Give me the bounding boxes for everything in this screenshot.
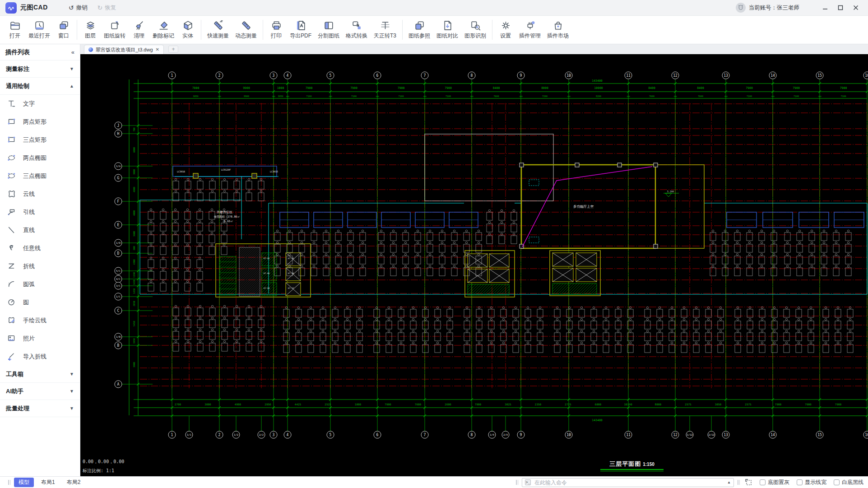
- sidebar-section-label: 工具箱: [6, 370, 23, 378]
- sidebar-item-ellipse-2pt[interactable]: 两点椭圆: [0, 149, 80, 167]
- sidebar-item-arc[interactable]: 圆弧: [0, 275, 80, 293]
- toolbar-button-pdf[interactable]: 导出PDF: [287, 17, 315, 43]
- layout-tab-layout2[interactable]: 布局2: [62, 478, 85, 487]
- sidebar-item-freehand[interactable]: 任意线: [0, 239, 80, 257]
- svg-text:KT-17: KT-17: [288, 287, 294, 289]
- svg-text:8: 8: [471, 433, 473, 437]
- svg-text:2350: 2350: [535, 403, 542, 406]
- toolbar-button-plugin-manage[interactable]: 插件管理: [516, 17, 544, 43]
- cad-canvas[interactable]: 7800385099009900100030507900710079007100…: [80, 54, 868, 476]
- layout-tab-model[interactable]: 模型: [14, 478, 34, 487]
- toolbar-button-split-sheet[interactable]: 分割图纸: [315, 17, 343, 43]
- command-input[interactable]: [534, 479, 724, 486]
- toggle-underlay-gray[interactable]: 底图置灰: [760, 479, 789, 486]
- toolbar-label: 图形识别: [464, 32, 486, 40]
- toolbar-button-sheet-ref[interactable]: 图纸参照: [405, 17, 433, 43]
- command-grip[interactable]: [516, 480, 518, 485]
- sidebar-section-measure-annotate[interactable]: 测量标注 ▼: [0, 60, 80, 78]
- command-dropdown-icon[interactable]: ▲: [727, 480, 731, 484]
- toolbar-button-eraser[interactable]: 删除标记: [149, 17, 177, 43]
- sidebar-collapse-icon[interactable]: «: [71, 49, 74, 56]
- toolbar-button-layers[interactable]: 图层: [80, 17, 101, 43]
- svg-text:3/C: 3/C: [116, 284, 121, 287]
- svg-text:1/2: 1/2: [234, 433, 238, 436]
- toolbar-button-t3[interactable]: 天正转T3: [371, 17, 399, 43]
- sidebar-item-label: 云线: [23, 190, 35, 198]
- layout-tab-layout1[interactable]: 布局1: [37, 478, 60, 487]
- sidebar-item-import-polyline[interactable]: 导入折线: [0, 348, 80, 366]
- svg-text:16: 16: [865, 74, 868, 78]
- document-tab[interactable]: 翠宫饭店改造项目_t3.dwg ✕: [84, 45, 164, 54]
- sidebar-item-line[interactable]: 直线: [0, 221, 80, 239]
- toolbar-button-gear[interactable]: 设置: [495, 17, 516, 43]
- sidebar-section-ai-assistant[interactable]: AI助手 ▼: [0, 383, 80, 400]
- svg-text:1190: 1190: [133, 272, 135, 278]
- undo-button[interactable]: ↺ 撤销: [69, 4, 88, 12]
- toolbar-button-convert[interactable]: 格式转换: [343, 17, 371, 43]
- toolbar-button-sheet-compare[interactable]: 图纸对比: [433, 17, 461, 43]
- toolbar-button-printer[interactable]: 打印: [266, 17, 287, 43]
- statusbar-grip-left[interactable]: [8, 480, 10, 485]
- checkbox-show-lineweight[interactable]: [797, 479, 803, 485]
- sidebar-item-photo[interactable]: 照片: [0, 330, 80, 348]
- toolbar-button-ruler-quick[interactable]: 快速测量: [204, 17, 232, 43]
- svg-text:6: 6: [376, 433, 379, 437]
- sidebar-item-leader[interactable]: 引线: [0, 203, 80, 221]
- toolbar-button-open-folder[interactable]: 打开: [5, 17, 25, 43]
- sidebar-item-text-tool[interactable]: 文字: [0, 95, 80, 113]
- line-icon: [7, 225, 17, 235]
- sidebar-item-rect-3pt[interactable]: 三点矩形: [0, 131, 80, 149]
- minimize-button[interactable]: [817, 2, 833, 14]
- sidebar-item-circle[interactable]: 圆: [0, 293, 80, 311]
- svg-text:2575: 2575: [745, 403, 752, 406]
- svg-text:400: 400: [519, 95, 523, 98]
- toggle-white-bg[interactable]: 白底黑线: [834, 479, 863, 486]
- chevron-down-icon: ▼: [70, 389, 74, 394]
- sidebar-item-cloud-freehand[interactable]: 手绘云线: [0, 311, 80, 330]
- checkbox-underlay-gray[interactable]: [760, 479, 766, 485]
- svg-text:400: 400: [627, 95, 630, 98]
- svg-text:7900: 7900: [840, 86, 847, 90]
- status-bar: 模型布局1布局2 >_ ▲ 底图置灰显示线宽白底黑线: [0, 476, 868, 488]
- svg-text:9200: 9200: [596, 95, 601, 98]
- sidebar-item-ellipse-3pt[interactable]: 三点椭圆: [0, 167, 80, 185]
- toolbar-button-plugin-market[interactable]: 插件市场: [544, 17, 572, 43]
- app-logo: [5, 2, 17, 14]
- sidebar-section-batch-process[interactable]: 批量处理 ▼: [0, 400, 80, 417]
- toolbar-label: 插件市场: [547, 32, 569, 40]
- checkbox-white-bg[interactable]: [834, 479, 840, 485]
- toolbar-button-cube[interactable]: 实体: [177, 17, 198, 43]
- svg-text:9900: 9900: [244, 95, 249, 98]
- underlay-capture-icon[interactable]: [745, 479, 752, 486]
- cad-drawing-svg[interactable]: 7800385099009900100030507900710079007100…: [80, 54, 868, 476]
- redo-button[interactable]: ↻ 恢复: [97, 4, 116, 12]
- maximize-button[interactable]: [833, 2, 848, 14]
- sidebar-item-polyline[interactable]: 折线: [0, 257, 80, 275]
- toolbar-button-sheet-rotate[interactable]: 图纸旋转: [101, 17, 129, 43]
- toolbar-group: 图纸参照图纸对比图形识别: [405, 16, 489, 44]
- toggles-grip[interactable]: [738, 480, 740, 485]
- toolbar-button-ruler-dynamic[interactable]: 动态测量: [232, 17, 260, 43]
- account-area[interactable]: 当前账号：张三老师: [736, 3, 800, 13]
- close-button[interactable]: [848, 2, 863, 14]
- sidebar-item-cloud[interactable]: 云线: [0, 185, 80, 203]
- command-box[interactable]: >_ ▲: [522, 478, 734, 487]
- tab-close-icon[interactable]: ✕: [156, 47, 159, 52]
- open-folder-icon: [9, 20, 21, 31]
- toolbar-button-broom[interactable]: 清理: [129, 17, 149, 43]
- sidebar-section-general-draw[interactable]: 通用绘制 ▲: [0, 78, 80, 95]
- toolbar-label: 插件管理: [519, 32, 541, 40]
- sidebar-section-toolbox[interactable]: 工具箱 ▼: [0, 366, 80, 383]
- new-tab-button[interactable]: +: [168, 46, 178, 53]
- cursor-coords-readout: 0.00，0.00，0.00: [83, 459, 124, 465]
- sidebar-section-label: AI助手: [6, 387, 23, 395]
- sidebar-item-rect-2pt[interactable]: 两点矩形: [0, 113, 80, 131]
- toolbar-button-window[interactable]: 窗口: [53, 17, 74, 43]
- svg-text:1: 1: [171, 74, 173, 78]
- toolbar-button-shape-recognize[interactable]: 图形识别: [461, 17, 489, 43]
- toggle-show-lineweight[interactable]: 显示线宽: [797, 479, 826, 486]
- toolbar-button-recent[interactable]: 最近打开: [25, 17, 53, 43]
- svg-text:3025: 3025: [505, 403, 511, 406]
- svg-text:8: 8: [471, 74, 473, 78]
- svg-text:6: 6: [376, 74, 379, 78]
